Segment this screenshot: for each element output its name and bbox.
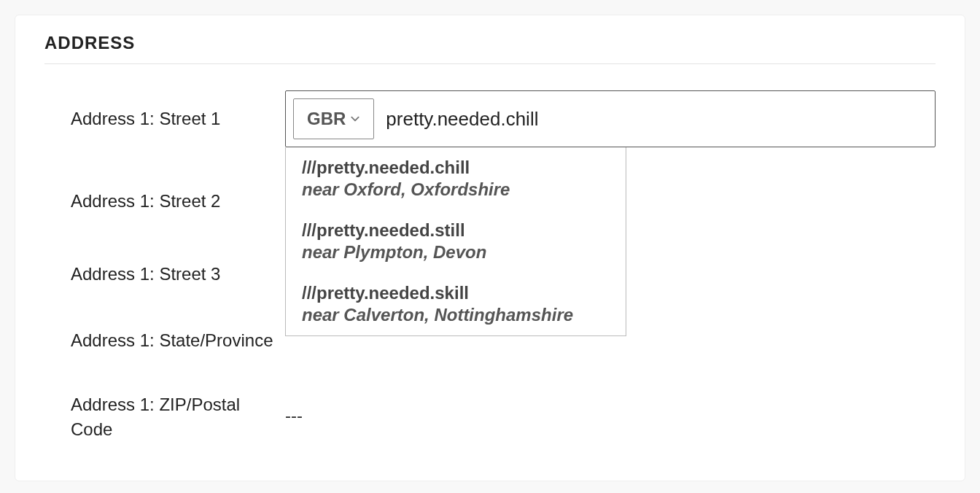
address-panel: ADDRESS Address 1: Street 1 GBR ///prett… <box>15 15 965 481</box>
suggestion-item[interactable]: ///pretty.needed.stillnear Plympton, Dev… <box>286 210 626 273</box>
suggestion-address: ///pretty.needed.still <box>302 220 610 241</box>
field-street1: GBR ///pretty.needed.chillnear Oxford, O… <box>285 90 936 147</box>
street1-input[interactable] <box>386 91 928 147</box>
row-zip: Address 1: ZIP/Postal Code --- <box>44 392 936 441</box>
label-street3: Address 1: Street 3 <box>44 262 285 287</box>
label-zip: Address 1: ZIP/Postal Code <box>44 392 285 441</box>
label-state: Address 1: State/Province <box>44 328 285 353</box>
country-select-button[interactable]: GBR <box>293 98 374 139</box>
row-street1: Address 1: Street 1 GBR ///pretty.needed… <box>44 90 936 147</box>
section-title: ADDRESS <box>44 33 936 64</box>
suggestions-dropdown: ///pretty.needed.chillnear Oxford, Oxfor… <box>285 147 626 336</box>
chevron-down-icon <box>350 114 360 124</box>
label-street2: Address 1: Street 2 <box>44 189 285 214</box>
suggestion-address: ///pretty.needed.chill <box>302 158 610 178</box>
field-zip: --- <box>285 392 936 426</box>
suggestion-near: near Calverton, Nottinghamshire <box>302 305 610 325</box>
suggestion-near: near Oxford, Oxfordshire <box>302 179 610 200</box>
label-street1: Address 1: Street 1 <box>44 106 285 131</box>
suggestion-item[interactable]: ///pretty.needed.chillnear Oxford, Oxfor… <box>286 147 626 210</box>
suggestion-near: near Plympton, Devon <box>302 242 610 263</box>
zip-value: --- <box>285 392 936 426</box>
suggestion-address: ///pretty.needed.skill <box>302 283 610 303</box>
street1-input-wrap: GBR <box>285 90 936 147</box>
country-code: GBR <box>307 109 346 129</box>
suggestion-item[interactable]: ///pretty.needed.skillnear Calverton, No… <box>286 273 626 335</box>
